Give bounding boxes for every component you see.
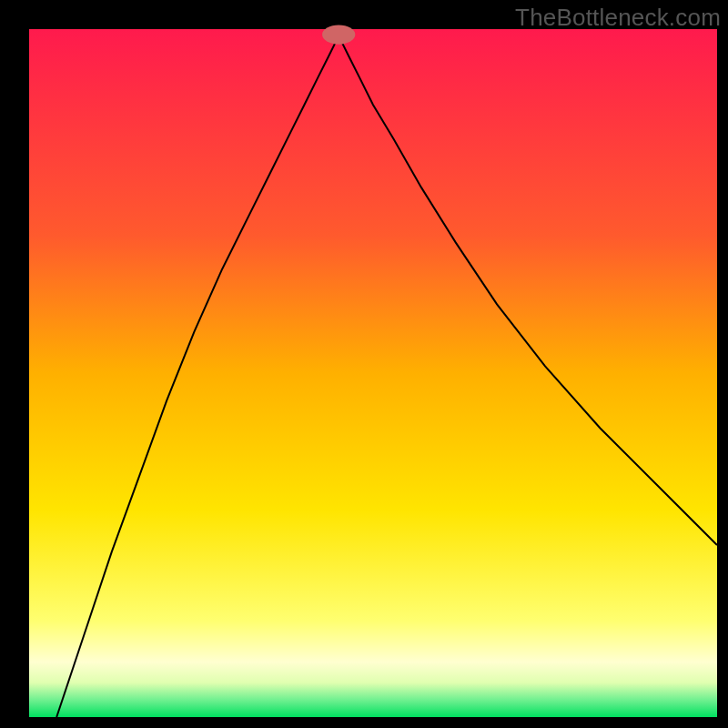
chart-container: TheBottleneck.com	[0, 0, 728, 728]
watermark-text: TheBottleneck.com	[515, 4, 721, 32]
chart-svg	[0, 0, 728, 728]
bottleneck-min-marker	[322, 25, 355, 44]
chart-plot-area	[29, 29, 717, 717]
